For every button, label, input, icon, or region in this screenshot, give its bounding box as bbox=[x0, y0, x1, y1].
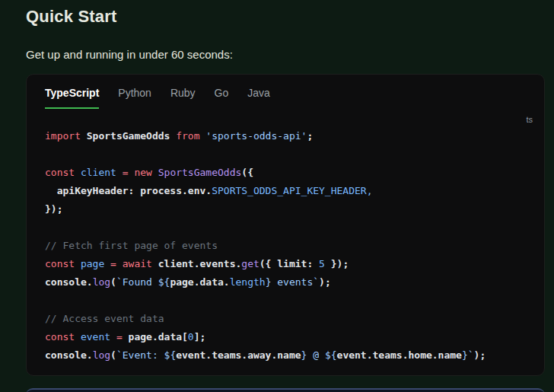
tab-go[interactable]: Go bbox=[215, 87, 229, 109]
code-line: console.log(`Found ${page.data.length} e… bbox=[45, 273, 526, 292]
code-token-plain: ({ bbox=[241, 167, 253, 178]
code-token-constant: 0 bbox=[188, 331, 194, 343]
language-badge: ts bbox=[526, 115, 533, 124]
code-token-plain: ; bbox=[307, 130, 313, 142]
code-token-plain: ); bbox=[474, 349, 486, 361]
code-token-function: SportsGameOdds bbox=[152, 167, 241, 178]
code-token-plain: event.teams.away.name bbox=[176, 349, 301, 361]
code-token-keyword: = bbox=[116, 331, 123, 343]
code-token-keyword: import bbox=[45, 130, 81, 142]
code-token-function: log bbox=[93, 276, 110, 288]
code-token-constant: page bbox=[75, 258, 110, 269]
code-token-keyword: const bbox=[45, 167, 75, 178]
code-token-keyword: from bbox=[176, 130, 199, 142]
tab-java[interactable]: Java bbox=[247, 87, 270, 109]
code-line: // Access event data bbox=[45, 310, 526, 328]
code-line bbox=[45, 292, 526, 310]
code-line bbox=[45, 218, 526, 237]
code-token-plain: }); bbox=[325, 258, 349, 269]
code-token-constant: SPORTS_ODDS_API_KEY_HEADER, bbox=[212, 185, 372, 196]
code-token-plain: apiKeyHeader: process.env. bbox=[45, 185, 212, 196]
code-token-constant: client bbox=[75, 167, 123, 178]
language-tab-bar: TypeScriptPythonRubyGoJava bbox=[27, 75, 544, 109]
code-token-keyword: = new bbox=[123, 167, 152, 178]
page-subtitle: Get up and running in under 60 seconds: bbox=[26, 48, 545, 62]
code-token-comment: // Fetch first page of events bbox=[45, 240, 218, 251]
code-line: const event = page.data[0]; bbox=[45, 328, 526, 346]
code-line: }); bbox=[45, 200, 526, 218]
code-token-plain: event.teams.home.name bbox=[337, 349, 462, 361]
code-token-comment: // Access event data bbox=[45, 313, 164, 324]
code-token-keyword: = await bbox=[110, 258, 152, 269]
code-line: const page = await client.events.get({ l… bbox=[45, 255, 526, 273]
code-block: import SportsGameOdds from 'sports-odds-… bbox=[27, 109, 544, 375]
callout-cut-off bbox=[26, 388, 545, 392]
code-token-keyword: const bbox=[45, 258, 75, 269]
code-line: apiKeyHeader: process.env.SPORTS_ODDS_AP… bbox=[45, 182, 526, 200]
code-token-constant: 5 bbox=[319, 258, 325, 269]
docs-page: Quick Start Get up and running in under … bbox=[0, 0, 554, 392]
code-token-plain: SportsGameOdds bbox=[81, 130, 176, 142]
code-token-function: log bbox=[93, 349, 110, 361]
code-token-string: } @ ${ bbox=[301, 349, 337, 361]
code-token-plain: }); bbox=[45, 203, 62, 215]
code-token-plain: ( bbox=[110, 276, 116, 288]
code-line: // Fetch first page of events bbox=[45, 237, 526, 255]
tab-ruby[interactable]: Ruby bbox=[170, 87, 196, 109]
code-token-plain: console. bbox=[45, 276, 93, 288]
code-token-constant: event bbox=[75, 331, 116, 343]
code-token-string: 'sports-odds-api' bbox=[200, 130, 307, 142]
code-token-plain: client.events. bbox=[152, 258, 241, 269]
page-title: Quick Start bbox=[26, 7, 545, 27]
tab-typescript[interactable]: TypeScript bbox=[45, 87, 99, 109]
code-token-plain: ); bbox=[319, 276, 331, 288]
code-token-plain: ]; bbox=[194, 331, 206, 343]
code-line: console.log(`Event: ${event.teams.away.n… bbox=[45, 346, 526, 365]
code-token-plain: ({ limit: bbox=[259, 258, 319, 269]
code-token-string: `Event: ${ bbox=[116, 349, 176, 361]
code-token-constant: length bbox=[230, 276, 266, 288]
code-line: import SportsGameOdds from 'sports-odds-… bbox=[45, 127, 526, 145]
code-token-plain: page.data. bbox=[170, 276, 229, 288]
code-line: const client = new SportsGameOdds({ bbox=[45, 164, 526, 182]
code-token-plain: console. bbox=[45, 349, 93, 361]
code-token-string: } events` bbox=[266, 276, 319, 288]
code-token-keyword: const bbox=[45, 331, 75, 343]
code-token-string: }` bbox=[462, 349, 474, 361]
code-token-function: get bbox=[241, 258, 259, 269]
code-line bbox=[45, 145, 526, 164]
code-token-plain: page.data[ bbox=[123, 331, 188, 343]
tab-python[interactable]: Python bbox=[118, 87, 151, 109]
code-card: TypeScriptPythonRubyGoJava ts import Spo… bbox=[26, 74, 545, 376]
code-token-plain: ( bbox=[110, 349, 116, 361]
code-token-string: `Found ${ bbox=[116, 276, 170, 288]
